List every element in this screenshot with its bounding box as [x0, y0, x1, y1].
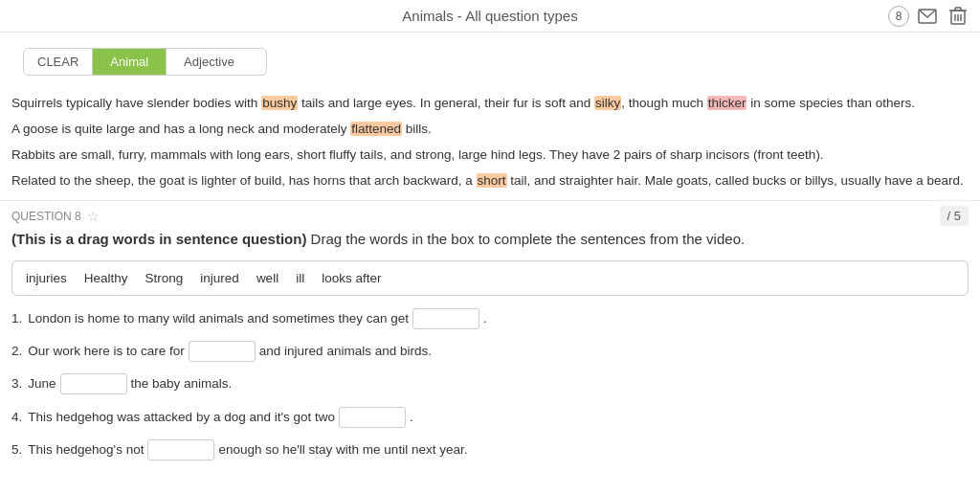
- word-injuries[interactable]: injuries: [26, 271, 67, 285]
- sentence-2: 2. Our work here is to care for and inju…: [11, 340, 969, 363]
- word-injured[interactable]: injured: [200, 271, 239, 285]
- highlight-thicker: thicker: [707, 96, 747, 110]
- paragraph-3: Rabbits are small, furry, mammals with l…: [11, 145, 969, 167]
- paragraph-2: A goose is quite large and has a long ne…: [11, 119, 969, 141]
- blank-2[interactable]: [189, 341, 256, 362]
- sentence-2-after: and injured animals and birds.: [259, 340, 432, 363]
- sentence-2-before: Our work here is to care for: [28, 340, 185, 363]
- sentence-4-num: 4.: [11, 406, 22, 429]
- word-well[interactable]: well: [256, 271, 278, 285]
- trash-icon: [949, 7, 967, 26]
- page-indicator: / 5: [940, 206, 969, 226]
- paragraph-4: Related to the sheep, the goat is lighte…: [11, 170, 969, 192]
- instruction-rest: Drag the words in the box to complete th…: [306, 231, 745, 247]
- paragraph-1: Squirrels typically have slender bodies …: [11, 93, 969, 115]
- sentence-4-before: This hedgehog was attacked by a dog and …: [28, 406, 335, 429]
- tab-bar: CLEAR Animal Adjective: [23, 48, 267, 76]
- question-number: QUESTION 8: [11, 210, 81, 223]
- sentence-5-num: 5.: [11, 438, 22, 461]
- sentence-1-after: .: [483, 307, 487, 330]
- word-ill[interactable]: ill: [296, 271, 304, 285]
- sentences-section: 1. London is home to many wild animals a…: [0, 307, 980, 461]
- sentence-5-after: enough so he'll stay with me until next …: [218, 438, 467, 461]
- word-box: injuries Healthy Strong injured well ill…: [11, 260, 969, 296]
- email-button[interactable]: [915, 6, 940, 27]
- highlight-silky: silky: [594, 96, 621, 110]
- sentence-3-after: the baby animals.: [131, 372, 233, 395]
- highlight-bushy: bushy: [261, 96, 298, 110]
- header-title: Animals - All question types: [402, 8, 577, 24]
- tab-adjective[interactable]: Adjective: [167, 49, 252, 75]
- word-looks-after[interactable]: looks after: [322, 271, 381, 285]
- delete-button[interactable]: [946, 6, 970, 27]
- sentence-1: 1. London is home to many wild animals a…: [11, 307, 969, 330]
- word-strong[interactable]: Strong: [145, 271, 184, 285]
- question-instruction: (This is a drag words in sentence questi…: [11, 228, 969, 251]
- word-healthy[interactable]: Healthy: [84, 271, 128, 285]
- sentence-3-before: June: [28, 372, 56, 395]
- header: Animals - All question types 8: [0, 0, 980, 33]
- tab-clear[interactable]: CLEAR: [24, 49, 93, 75]
- sentence-3: 3. June the baby animals.: [11, 372, 969, 395]
- sentence-4-after: .: [410, 406, 413, 429]
- question-counter-badge[interactable]: 8: [888, 6, 909, 27]
- sentence-4: 4. This hedgehog was attacked by a dog a…: [11, 406, 969, 429]
- question-section: QUESTION 8 ☆ / 5 (This is a drag words i…: [0, 201, 980, 296]
- sentence-1-num: 1.: [11, 307, 22, 330]
- star-icon[interactable]: ☆: [87, 209, 100, 224]
- sentence-1-before: London is home to many wild animals and …: [28, 307, 409, 330]
- sentence-5: 5. This hedgehog's not enough so he'll s…: [11, 438, 969, 461]
- tab-animal[interactable]: Animal: [93, 49, 167, 75]
- reading-content: Squirrels typically have slender bodies …: [0, 89, 980, 201]
- blank-4[interactable]: [339, 407, 406, 428]
- highlight-short: short: [477, 173, 507, 188]
- sentence-5-before: This hedgehog's not: [28, 438, 144, 461]
- instruction-bold: (This is a drag words in sentence questi…: [11, 231, 306, 247]
- header-actions: 8: [888, 6, 970, 27]
- sentence-3-num: 3.: [11, 372, 22, 395]
- email-icon: [918, 9, 937, 24]
- sentence-2-num: 2.: [11, 340, 22, 363]
- page-total: / 5: [947, 209, 961, 223]
- blank-5[interactable]: [147, 439, 214, 460]
- blank-1[interactable]: [412, 308, 479, 329]
- highlight-flattened: flattened: [350, 122, 402, 136]
- question-label: QUESTION 8 ☆ / 5: [11, 209, 969, 224]
- blank-3[interactable]: [60, 373, 127, 394]
